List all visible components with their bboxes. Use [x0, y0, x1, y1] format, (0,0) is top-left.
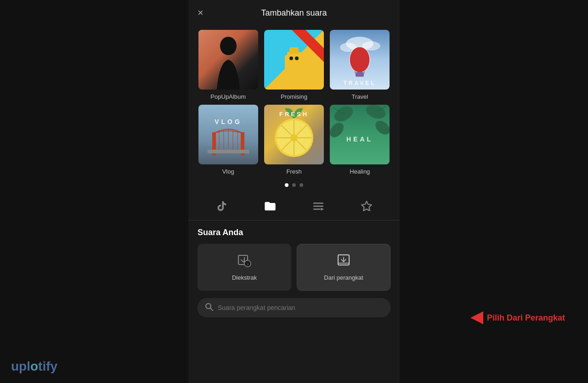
thumb-svg-fresh: FRESH [264, 105, 324, 164]
close-button[interactable]: × [198, 8, 204, 18]
music-label-fresh: Fresh [286, 168, 301, 175]
pagination [198, 175, 390, 192]
music-item-promising[interactable]: Promising [263, 30, 324, 100]
music-thumb-healing: HEAL [330, 105, 390, 164]
music-item-popupalbum[interactable]: PopUpAlbum [198, 30, 259, 100]
music-label-travel: Travel [352, 93, 368, 100]
svg-rect-7 [289, 47, 299, 54]
arrow-icon [470, 311, 483, 324]
folder-icon [264, 200, 277, 213]
music-grid-section: PopUpAlbum [188, 25, 400, 192]
svg-point-8 [289, 56, 293, 60]
svg-text:HEAL: HEAL [346, 135, 373, 143]
modal-header: × Tambahkan suara [188, 0, 400, 25]
card-diextrak[interactable]: ♪ Diekstrak [198, 244, 291, 291]
tab-tiktok[interactable] [214, 198, 230, 214]
modal-overlay: × Tambahkan suara [188, 0, 400, 383]
svg-text:♪: ♪ [247, 262, 249, 266]
tiktok-icon [216, 200, 228, 212]
thumb-svg-promising [264, 30, 324, 90]
tab-bar [188, 192, 400, 220]
annotation-text: Pilih Dari Perangkat [487, 313, 565, 323]
svg-marker-51 [362, 201, 372, 211]
svg-point-37 [290, 134, 298, 141]
svg-text:TRAVEL: TRAVEL [344, 80, 376, 86]
pagination-dot-2[interactable] [292, 183, 296, 187]
music-item-travel[interactable]: TRAVEL Travel [329, 30, 390, 100]
logo-part1: upl [11, 359, 30, 374]
svg-text:FRESH: FRESH [279, 111, 309, 118]
tab-favorites[interactable] [358, 198, 375, 214]
extract-icon: ♪ [237, 253, 251, 270]
music-thumb-promising [264, 30, 324, 90]
playlist-icon [312, 200, 324, 212]
svg-marker-50 [321, 208, 324, 211]
svg-line-61 [210, 308, 213, 310]
device-icon [337, 253, 351, 270]
svg-text:VLOG: VLOG [215, 118, 242, 125]
music-item-healing[interactable]: HEAL Healing [329, 105, 390, 175]
thumb-svg-vlog: VLOG [198, 105, 258, 164]
star-icon [361, 200, 373, 212]
sound-cards: ♪ Diekstrak Dari perangkat [198, 244, 390, 291]
modal-title: Tambahkan suara [261, 8, 327, 18]
thumb-svg-travel: TRAVEL [330, 30, 390, 90]
card-diextrak-label: Diekstrak [232, 274, 257, 281]
music-label-promising: Promising [281, 93, 307, 100]
pagination-dot-3[interactable] [300, 183, 303, 187]
thumb-svg-popupalbum [198, 30, 258, 90]
tab-playlist[interactable] [310, 198, 327, 214]
music-item-fresh[interactable]: FRESH Fresh [263, 105, 324, 175]
music-thumb-fresh: FRESH [264, 105, 324, 164]
section-title: Suara Anda [198, 228, 390, 237]
logo-part3: tify [38, 359, 57, 374]
music-label-popupalbum: PopUpAlbum [210, 93, 246, 100]
logo-part2: o [30, 359, 38, 374]
music-thumb-vlog: VLOG [198, 105, 258, 164]
search-bar [198, 298, 390, 317]
pagination-dot-1[interactable] [285, 183, 288, 187]
music-thumb-travel: TRAVEL [330, 30, 390, 90]
music-thumb-popupalbum [198, 30, 258, 90]
tab-folder[interactable] [262, 198, 278, 214]
annotation: Pilih Dari Perangkat [470, 311, 565, 324]
music-item-vlog[interactable]: VLOG Vlog [198, 105, 259, 175]
svg-rect-18 [356, 72, 364, 77]
card-from-device-label: Dari perangkat [324, 274, 363, 281]
music-label-healing: Healing [350, 168, 370, 175]
logo: uplotify [11, 359, 57, 374]
search-input[interactable] [218, 304, 383, 311]
search-icon [205, 303, 213, 313]
music-grid: PopUpAlbum [198, 30, 390, 175]
svg-point-9 [295, 56, 299, 60]
music-label-vlog: Vlog [222, 168, 234, 175]
card-from-device[interactable]: Dari perangkat [297, 244, 390, 291]
thumb-svg-healing: HEAL [330, 105, 390, 164]
bottom-section: Suara Anda ♪ Diekstrak [188, 220, 400, 383]
svg-rect-28 [208, 150, 249, 153]
svg-point-1 [220, 37, 237, 55]
